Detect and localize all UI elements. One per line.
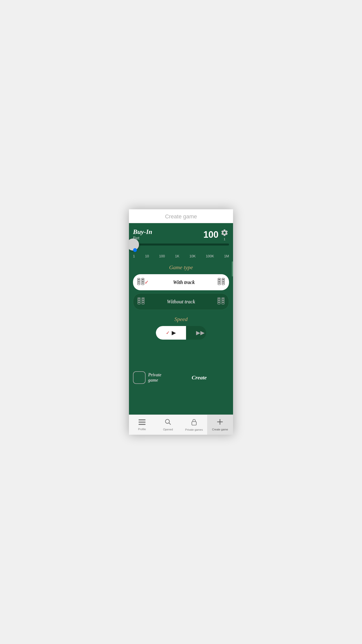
- svg-rect-33: [139, 422, 146, 423]
- svg-rect-9: [218, 279, 220, 280]
- nav-profile-label: Profile: [138, 428, 146, 431]
- svg-rect-7: [142, 283, 144, 284]
- private-game-label: Private game: [148, 372, 166, 383]
- with-track-option[interactable]: ✓ With track: [133, 274, 229, 290]
- gear-sub-value: 1: [223, 237, 225, 241]
- gear-container: 1: [220, 228, 229, 241]
- bottom-nav: Profile Opened Private games: [129, 415, 233, 435]
- svg-rect-22: [142, 300, 144, 301]
- with-track-label: With track: [150, 279, 217, 285]
- buyin-value: 100: [203, 229, 218, 240]
- buyin-title: Buy-In: [133, 228, 152, 236]
- gear-icon[interactable]: [220, 228, 229, 237]
- without-track-option[interactable]: Without track: [133, 293, 229, 310]
- svg-rect-2: [138, 281, 140, 282]
- nav-private-label: Private games: [185, 428, 203, 431]
- speed-fast-icon: ▶▶: [196, 330, 205, 336]
- private-game-checkbox[interactable]: [133, 371, 146, 384]
- svg-rect-30: [222, 300, 224, 301]
- speed-toggle: ✓ ▶ ▶▶: [156, 326, 206, 340]
- with-track-icon-left: [137, 278, 145, 287]
- main-content: Buy-In Bet 100 1: [129, 223, 233, 415]
- action-row: Private game Create: [133, 370, 229, 385]
- buyin-right: 100 1: [203, 228, 229, 241]
- svg-rect-6: [142, 281, 144, 282]
- speed-normal-check: ✓: [166, 330, 170, 336]
- svg-rect-32: [139, 419, 146, 420]
- without-track-icon-left: [137, 297, 145, 306]
- svg-rect-15: [222, 283, 224, 284]
- svg-rect-10: [218, 281, 220, 282]
- buyin-left: Buy-In Bet: [133, 228, 152, 241]
- game-type-title: Game type: [133, 264, 229, 271]
- svg-rect-34: [139, 424, 146, 425]
- nav-item-opened[interactable]: Opened: [155, 415, 181, 435]
- svg-rect-5: [142, 279, 144, 280]
- svg-rect-31: [222, 302, 224, 303]
- slider-container: 1 10 100 1K 10K 100K 1M: [133, 244, 229, 258]
- svg-rect-25: [218, 298, 220, 299]
- svg-rect-23: [142, 302, 144, 303]
- svg-rect-14: [222, 281, 224, 282]
- with-track-icon-right: [217, 278, 225, 287]
- svg-line-36: [169, 423, 171, 425]
- svg-rect-1: [138, 279, 140, 280]
- svg-rect-29: [222, 298, 224, 299]
- create-button[interactable]: Create: [169, 370, 229, 385]
- page-title: Create game: [165, 213, 197, 220]
- svg-rect-11: [218, 283, 220, 284]
- nav-item-create-game[interactable]: Create game: [207, 415, 233, 435]
- nav-item-private-games[interactable]: Private games: [181, 415, 207, 435]
- svg-rect-3: [138, 283, 140, 284]
- svg-rect-21: [142, 298, 144, 299]
- buyin-header: Buy-In Bet 100 1: [133, 228, 229, 241]
- slider-track: [133, 244, 229, 246]
- speed-toggle-container: ✓ ▶ ▶▶: [133, 326, 229, 340]
- lock-icon: [191, 418, 197, 427]
- svg-rect-17: [138, 298, 140, 299]
- svg-point-35: [165, 419, 169, 423]
- without-track-label: Without track: [145, 299, 217, 305]
- header: Create game: [129, 209, 233, 223]
- slider-labels: 1 10 100 1K 10K 100K 1M: [133, 254, 229, 258]
- nav-opened-label: Opened: [163, 428, 173, 431]
- svg-rect-19: [138, 302, 140, 303]
- with-track-check: ✓: [145, 279, 149, 285]
- svg-rect-26: [218, 300, 220, 301]
- nav-create-label: Create game: [212, 428, 228, 431]
- without-track-icon-right: [217, 297, 225, 306]
- scroll-indicator: [232, 261, 233, 276]
- search-icon: [165, 419, 171, 427]
- private-game-wrap: Private game: [133, 371, 166, 384]
- svg-rect-13: [222, 279, 224, 280]
- svg-rect-27: [218, 302, 220, 303]
- nav-item-profile[interactable]: Profile: [129, 415, 155, 435]
- svg-rect-18: [138, 300, 140, 301]
- svg-rect-37: [192, 422, 196, 425]
- speed-normal-icon: ▶: [172, 330, 176, 336]
- speed-fast-btn[interactable]: ▶▶: [186, 326, 206, 340]
- speed-normal-btn[interactable]: ✓ ▶: [156, 326, 186, 340]
- menu-icon: [139, 419, 146, 427]
- spacer: [133, 342, 229, 362]
- speed-title: Speed: [133, 316, 229, 323]
- bet-slider[interactable]: [133, 249, 229, 251]
- plus-icon: [217, 419, 223, 427]
